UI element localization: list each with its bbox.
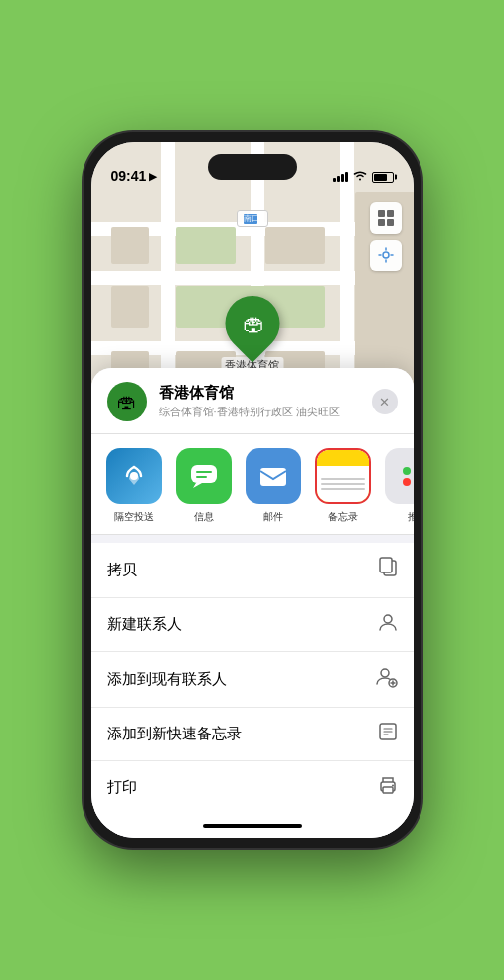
location-pin[interactable]: 🏟 香港体育馆 <box>221 296 283 374</box>
close-button[interactable]: ✕ <box>372 389 398 414</box>
svg-point-17 <box>392 785 394 787</box>
notes-line-1 <box>321 478 365 480</box>
copy-icon <box>378 557 398 583</box>
home-indicator <box>91 814 414 838</box>
new-contact-icon <box>378 612 398 637</box>
map-label-nankou: 南口 <box>237 210 268 227</box>
share-item-mail[interactable]: 邮件 <box>243 448 304 524</box>
svg-rect-0 <box>378 210 385 217</box>
location-button[interactable] <box>370 240 402 271</box>
notes-icon-wrap <box>315 448 371 504</box>
mail-icon-wrap <box>246 448 301 504</box>
action-new-contact-label: 新建联系人 <box>107 615 182 634</box>
notes-label: 备忘录 <box>328 510 358 524</box>
close-icon: ✕ <box>379 395 390 409</box>
notes-lines <box>317 466 369 502</box>
pin-circle: 🏟 <box>214 285 291 363</box>
signal-bar-3 <box>341 174 344 182</box>
dot-1 <box>403 467 411 475</box>
svg-point-12 <box>381 669 389 677</box>
share-item-airdrop[interactable]: 隔空投送 <box>103 448 165 524</box>
svg-rect-6 <box>191 465 217 483</box>
messages-label: 信息 <box>194 510 214 524</box>
signal-bar-2 <box>337 176 340 182</box>
svg-point-4 <box>383 252 389 258</box>
action-quick-note-label: 添加到新快速备忘录 <box>107 725 242 743</box>
share-item-more[interactable]: 推 <box>382 448 414 524</box>
svg-point-11 <box>384 615 392 623</box>
phone-screen: 09:41 ▶ <box>91 142 414 838</box>
dynamic-island <box>208 154 297 180</box>
place-name: 香港体育馆 <box>159 384 360 403</box>
time-display: 09:41 <box>111 168 147 184</box>
place-header: 🏟 香港体育馆 综合体育馆·香港特别行政区 油尖旺区 ✕ <box>91 368 414 434</box>
airdrop-label: 隔空投送 <box>114 510 154 524</box>
svg-rect-1 <box>387 210 394 217</box>
map-view-button[interactable] <box>370 202 402 234</box>
mail-label: 邮件 <box>263 510 283 524</box>
svg-rect-3 <box>387 219 394 226</box>
notes-top <box>317 450 369 466</box>
phone-frame: 09:41 ▶ <box>84 132 421 848</box>
map-controls <box>370 202 402 277</box>
action-copy-label: 拷贝 <box>107 561 137 579</box>
notes-inner <box>317 450 369 502</box>
action-new-contact[interactable]: 新建联系人 <box>91 598 414 652</box>
status-icons <box>333 170 394 184</box>
block-2 <box>265 227 325 264</box>
wifi-icon <box>353 170 367 184</box>
svg-marker-7 <box>193 483 202 488</box>
svg-rect-10 <box>380 558 392 572</box>
more-dots <box>403 467 414 486</box>
place-subtitle: 综合体育馆·香港特别行政区 油尖旺区 <box>159 405 360 419</box>
add-contact-icon <box>376 666 398 693</box>
action-quick-note[interactable]: 添加到新快速备忘录 <box>91 708 414 761</box>
action-add-contact[interactable]: 添加到现有联系人 <box>91 652 414 708</box>
signal-bar-4 <box>345 172 348 182</box>
action-list: 拷贝 新建联系人 <box>91 543 414 814</box>
place-icon-emoji: 🏟 <box>117 391 137 413</box>
notes-line-3 <box>321 488 365 490</box>
signal-bar-1 <box>333 178 336 182</box>
location-arrow-icon: ▶ <box>149 171 157 182</box>
share-item-notes[interactable]: 备忘录 <box>312 448 374 524</box>
quick-note-icon <box>378 722 398 746</box>
more-dots-row1 <box>403 467 414 475</box>
print-icon <box>378 775 398 800</box>
place-icon: 🏟 <box>107 382 147 421</box>
notes-line-2 <box>321 483 365 485</box>
battery-fill <box>374 174 388 181</box>
more-icon-wrap <box>385 448 414 504</box>
airdrop-icon <box>106 448 162 504</box>
bottom-sheet: 🏟 香港体育馆 综合体育馆·香港特别行政区 油尖旺区 ✕ <box>91 368 414 838</box>
svg-rect-16 <box>383 787 393 793</box>
block-3 <box>111 286 149 328</box>
svg-rect-8 <box>260 468 286 486</box>
block-1 <box>111 227 149 264</box>
status-time: 09:41 ▶ <box>111 168 158 184</box>
action-print-label: 打印 <box>107 778 137 797</box>
share-row: 隔空投送 信息 <box>91 434 414 535</box>
svg-rect-2 <box>378 219 385 226</box>
home-bar <box>203 824 302 828</box>
battery-icon <box>372 172 394 183</box>
action-add-contact-label: 添加到现有联系人 <box>107 670 227 689</box>
share-item-messages[interactable]: 信息 <box>173 448 235 524</box>
signal-bars <box>333 172 348 182</box>
more-dots-row2 <box>403 478 414 486</box>
messages-icon-wrap <box>176 448 232 504</box>
block-green-1 <box>176 227 236 264</box>
action-copy[interactable]: 拷贝 <box>91 543 414 598</box>
pin-icon: 🏟 <box>242 311 263 337</box>
dot-3 <box>403 478 411 486</box>
more-label: 推 <box>408 510 414 524</box>
action-print[interactable]: 打印 <box>91 761 414 814</box>
place-info: 香港体育馆 综合体育馆·香港特别行政区 油尖旺区 <box>159 384 360 419</box>
